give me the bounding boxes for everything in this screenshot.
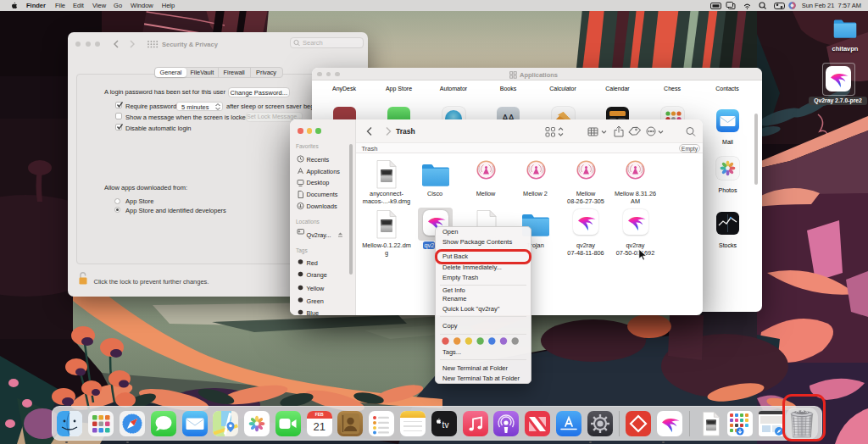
svg-text:Search: Search (303, 39, 323, 47)
svg-text:tv: tv (442, 419, 448, 429)
